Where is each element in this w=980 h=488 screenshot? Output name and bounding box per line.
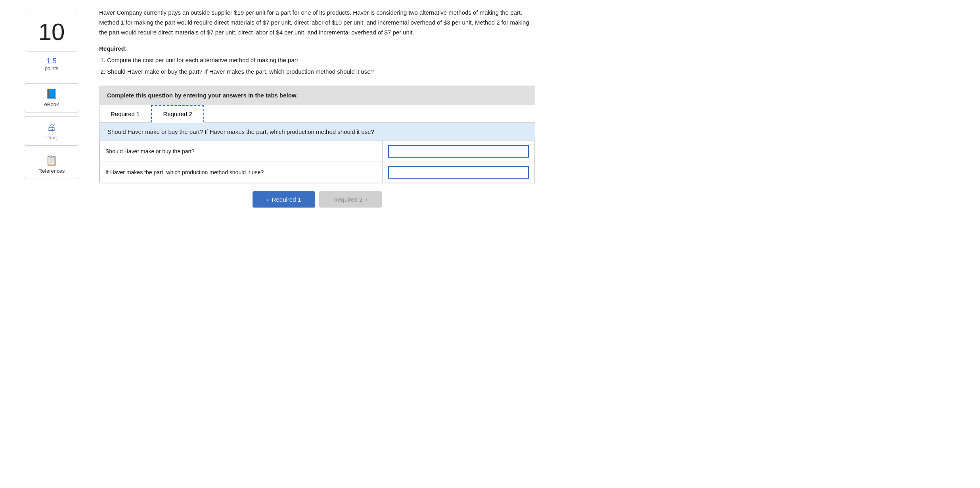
table-row: Should Haver make or buy the part? [100, 141, 535, 162]
points-value: 1.5 [45, 57, 59, 65]
tabs-area: Required 1 Required 2 Should Haver make … [99, 105, 535, 183]
question-cell-2: If Haver makes the part, which productio… [100, 162, 383, 183]
tab-required-2[interactable]: Required 2 [151, 105, 204, 123]
next-button-label: Required 2 [333, 196, 362, 203]
main-content: Haver Company currently pays an outside … [91, 8, 968, 480]
ebook-label: eBook [44, 101, 59, 107]
nav-buttons: ‹ Required 1 Required 2 › [99, 191, 535, 208]
required-list: Compute the cost per unit for each alter… [107, 56, 968, 76]
references-button[interactable]: 📋 References [24, 150, 79, 179]
complete-banner: Complete this question by entering your … [99, 86, 535, 105]
ebook-icon: 📘 [46, 88, 57, 99]
answer-table: Should Haver make or buy the part? If Ha… [100, 141, 535, 183]
next-button[interactable]: Required 2 › [319, 191, 382, 208]
print-button[interactable]: 🖨 Print [24, 116, 79, 146]
input-cell-2[interactable] [383, 162, 535, 183]
tab2-banner: Should Haver make or buy the part? If Ha… [100, 123, 535, 141]
print-label: Print [46, 135, 57, 141]
answer-input-1[interactable] [388, 145, 529, 158]
answer-input-2[interactable] [388, 166, 529, 179]
tab-required-1[interactable]: Required 1 [100, 105, 151, 122]
table-row: If Haver makes the part, which productio… [100, 162, 535, 183]
prev-chevron: ‹ [267, 196, 269, 203]
prev-button-label: Required 1 [272, 196, 301, 203]
points-text: points [45, 65, 59, 71]
question-cell-1: Should Haver make or buy the part? [100, 141, 383, 162]
prev-button[interactable]: ‹ Required 1 [253, 191, 315, 208]
next-chevron: › [366, 196, 368, 203]
required-item-1: Compute the cost per unit for each alter… [107, 56, 968, 65]
tab-content: Should Haver make or buy the part? If Ha… [100, 123, 535, 183]
required-item-2: Should Haver make or buy the part? If Ha… [107, 67, 968, 76]
required-label: Required: [99, 45, 968, 52]
sidebar: 10 1.5 points 📘 eBook 🖨 Print 📋 Referenc… [12, 8, 91, 480]
input-cell-1[interactable] [383, 141, 535, 162]
references-icon: 📋 [46, 155, 57, 166]
question-number: 10 [26, 12, 77, 51]
references-label: References [38, 168, 65, 174]
tabs-row: Required 1 Required 2 [100, 105, 535, 123]
question-body: Haver Company currently pays an outside … [99, 8, 535, 37]
points-label: 1.5 points [45, 57, 59, 71]
print-icon: 🖨 [47, 122, 56, 133]
ebook-button[interactable]: 📘 eBook [24, 83, 79, 112]
